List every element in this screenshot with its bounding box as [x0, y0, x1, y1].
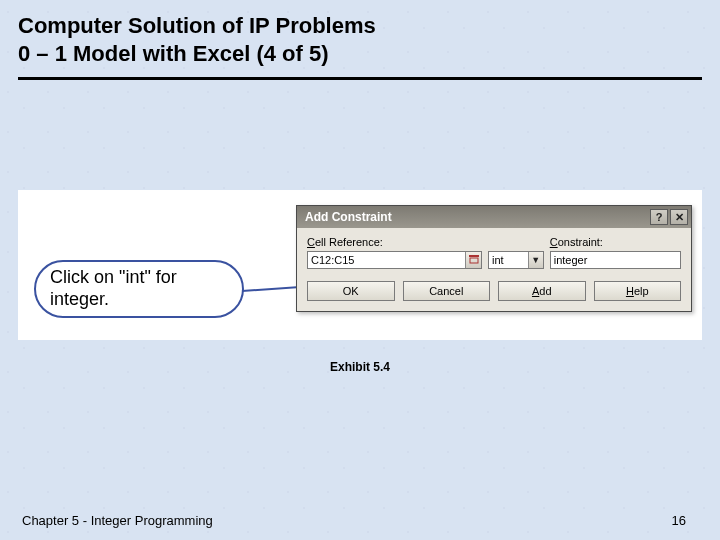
constraint-label: Constraint:	[550, 236, 681, 248]
title-line-1: Computer Solution of IP Problems	[18, 12, 702, 40]
range-picker-icon	[469, 255, 479, 265]
callout-text: Click on "int" for integer.	[50, 267, 228, 310]
help-button[interactable]: Help	[594, 281, 682, 301]
page-number: 16	[672, 513, 686, 528]
title-divider	[18, 77, 702, 80]
help-icon: ?	[656, 211, 663, 223]
slide-title: Computer Solution of IP Problems 0 – 1 M…	[0, 0, 720, 75]
figure-area: Click on "int" for integer. Add Constrai…	[18, 190, 702, 340]
footer-chapter: Chapter 5 - Integer Programming	[22, 513, 213, 528]
add-button[interactable]: Add	[498, 281, 586, 301]
dialog-titlebar[interactable]: Add Constraint ? ✕	[297, 206, 691, 228]
constraint-field-group: Constraint: integer	[550, 236, 681, 269]
field-row: Cell Reference: C12:C15 int ▼	[307, 236, 681, 269]
operator-spacer	[488, 236, 544, 248]
dialog-body: Cell Reference: C12:C15 int ▼	[297, 228, 691, 311]
dialog-button-row: OK Cancel Add Help	[307, 281, 681, 301]
add-constraint-dialog: Add Constraint ? ✕ Cell Reference: C12:C…	[296, 205, 692, 312]
constraint-value: integer	[551, 254, 680, 266]
operator-field-group: int ▼	[488, 236, 544, 269]
cell-reference-field-group: Cell Reference: C12:C15	[307, 236, 482, 269]
close-icon: ✕	[675, 211, 684, 224]
range-picker-button[interactable]	[465, 252, 481, 268]
title-line-2: 0 – 1 Model with Excel (4 of 5)	[18, 40, 702, 68]
cell-reference-label: Cell Reference:	[307, 236, 482, 248]
cell-reference-value: C12:C15	[308, 254, 465, 266]
svg-rect-0	[470, 258, 478, 263]
cancel-button[interactable]: Cancel	[403, 281, 491, 301]
operator-select[interactable]: int ▼	[488, 251, 544, 269]
svg-rect-1	[469, 255, 479, 257]
cell-reference-input[interactable]: C12:C15	[307, 251, 482, 269]
titlebar-help-button[interactable]: ?	[650, 209, 668, 225]
constraint-input[interactable]: integer	[550, 251, 681, 269]
ok-button[interactable]: OK	[307, 281, 395, 301]
exhibit-caption: Exhibit 5.4	[0, 360, 720, 374]
titlebar-close-button[interactable]: ✕	[670, 209, 688, 225]
callout-bubble: Click on "int" for integer.	[34, 260, 244, 318]
chevron-down-icon: ▼	[528, 252, 543, 268]
operator-value: int	[489, 254, 528, 266]
dialog-title: Add Constraint	[305, 210, 648, 224]
